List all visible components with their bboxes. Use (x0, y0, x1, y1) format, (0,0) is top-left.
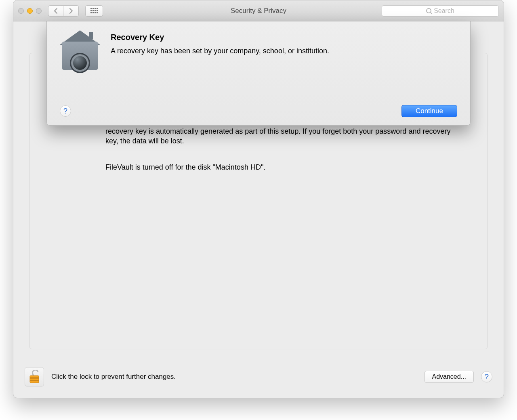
lock-button[interactable] (25, 367, 44, 386)
sheet-help-button[interactable]: ? (60, 105, 71, 117)
preferences-window: Security & Privacy Search recovery key i… (13, 0, 504, 398)
advanced-button[interactable]: Advanced... (425, 371, 474, 383)
filevault-description: recovery key is automatically generated … (105, 126, 455, 146)
search-field[interactable]: Search (382, 5, 499, 17)
unlocked-padlock-icon (29, 370, 40, 384)
search-placeholder: Search (434, 7, 454, 15)
filevault-status: FileVault is turned off for the disk "Ma… (105, 162, 455, 172)
back-button[interactable] (48, 5, 63, 17)
filevault-body: recovery key is automatically generated … (105, 126, 455, 172)
svg-rect-1 (30, 377, 39, 378)
traffic-lights (18, 8, 42, 14)
grid-icon (90, 8, 98, 13)
svg-rect-2 (30, 378, 39, 379)
help-button[interactable]: ? (481, 371, 492, 382)
continue-button[interactable]: Continue (401, 105, 457, 117)
show-all-button[interactable] (85, 5, 103, 17)
minimize-window-button[interactable] (27, 8, 33, 14)
sheet-heading: Recovery Key (111, 33, 329, 42)
svg-rect-3 (30, 380, 39, 381)
filevault-icon (60, 33, 100, 73)
chevron-left-icon (54, 8, 58, 14)
close-window-button[interactable] (18, 8, 24, 14)
nav-group (48, 5, 79, 17)
toolbar: Security & Privacy Search (13, 0, 504, 21)
sheet-message: A recovery key has been set by your comp… (111, 47, 329, 55)
zoom-window-button[interactable] (36, 8, 42, 14)
forward-button[interactable] (63, 5, 79, 17)
chevron-right-icon (69, 8, 73, 14)
lock-hint-text: Click the lock to prevent further change… (51, 373, 176, 381)
bottom-bar: Click the lock to prevent further change… (25, 367, 492, 386)
recovery-key-sheet: Recovery Key A recovery key has been set… (46, 21, 471, 126)
search-icon (426, 8, 431, 13)
